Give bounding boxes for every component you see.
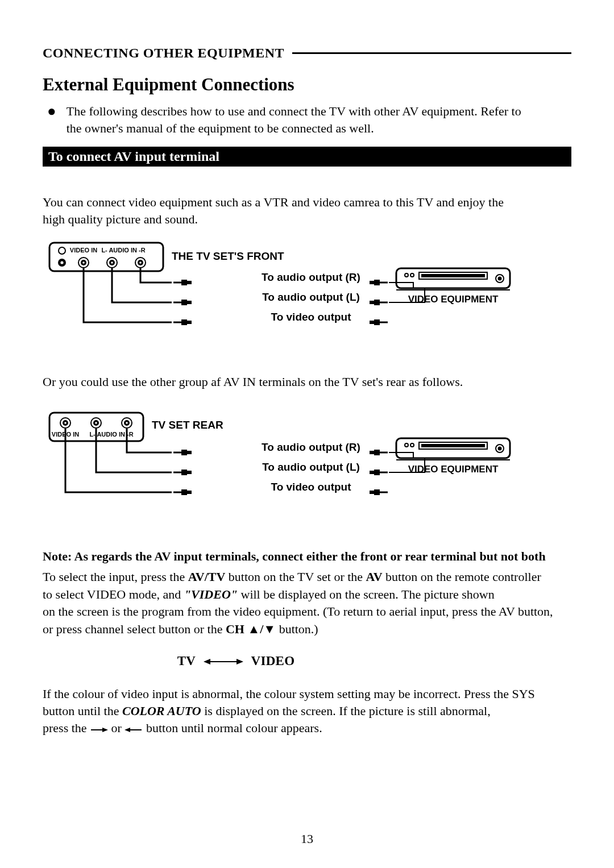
header-rule [292, 52, 571, 54]
front-panel-title: THE TV SET'S FRONT [172, 250, 284, 262]
cable-r-label2: To audio output (R) [262, 441, 360, 453]
svg-point-1 [59, 247, 65, 254]
bullet-line1: The following describes how to use and c… [67, 104, 521, 118]
svg-rect-23 [374, 280, 380, 285]
rear-connection-diagram: VIDEO IN L- AUDIO IN -R TV SET REAR To a… [49, 413, 571, 523]
subsection-bar: To connect AV input terminal [43, 147, 571, 167]
section-header: CONNECTING OTHER EQUIPMENT [43, 45, 571, 61]
right-arrow-icon [90, 721, 108, 738]
bullet-line2: the owner's manual of the equipment to b… [67, 121, 374, 135]
intro-bullet: ● The following describes how to use and… [47, 103, 571, 136]
svg-point-68 [405, 443, 408, 447]
svg-rect-71 [421, 444, 485, 447]
svg-point-69 [410, 443, 414, 447]
svg-point-42 [64, 422, 67, 425]
mid-paragraph: Or you could use the other group af AV I… [43, 373, 571, 391]
section-header-title: CONNECTING OTHER EQUIPMENT [43, 45, 284, 61]
svg-point-73 [498, 447, 502, 451]
bullet-icon: ● [47, 103, 56, 136]
tv-label: TV [177, 654, 196, 668]
front-connection-diagram: VIDEO IN L- AUDIO IN -R THE TV SET'S FRO… [49, 243, 571, 353]
manual-page: CONNECTING OTHER EQUIPMENT External Equi… [0, 0, 614, 868]
svg-marker-79 [102, 728, 108, 732]
double-arrow-icon [204, 655, 243, 670]
plug-row: To audio output (R) To audio output (L) … [173, 271, 425, 325]
svg-point-3 [60, 261, 63, 264]
svg-point-45 [95, 422, 97, 425]
equipment-label2: VIDEO EQUIPMENT [408, 464, 499, 475]
svg-marker-76 [204, 659, 210, 665]
page-heading: External Equipment Connections [43, 74, 571, 95]
svg-rect-51 [187, 451, 192, 454]
cable-v-label2: To video output [271, 481, 351, 493]
svg-rect-50 [181, 450, 187, 455]
svg-point-32 [405, 273, 408, 277]
video-label: VIDEO [251, 654, 294, 668]
cable-v-label: To video output [271, 311, 351, 323]
svg-rect-17 [181, 300, 187, 305]
cable-r-label: To audio output (R) [262, 271, 360, 283]
svg-point-9 [111, 261, 113, 264]
front-diagram-svg: VIDEO IN L- AUDIO IN -R THE TV SET'S FRO… [49, 243, 561, 351]
svg-rect-27 [370, 301, 374, 304]
svg-rect-15 [187, 281, 192, 284]
svg-rect-29 [374, 319, 380, 325]
colour-paragraph: If the colour of video input is abnormal… [43, 686, 571, 738]
tv-video-toggle: TV VIDEO [0, 654, 571, 670]
svg-point-48 [126, 422, 128, 425]
jack-video-label: VIDEO IN [70, 247, 97, 254]
svg-point-12 [139, 261, 142, 264]
svg-rect-60 [370, 451, 374, 454]
left-arrow-icon [125, 721, 143, 738]
rear-diagram-svg: VIDEO IN L- AUDIO IN -R TV SET REAR To a… [49, 413, 561, 521]
note-heading: Note: As regards the AV input terminals,… [43, 549, 571, 564]
svg-rect-26 [374, 300, 380, 305]
jack-audio-label: L- AUDIO IN -R [101, 247, 145, 254]
svg-rect-14 [181, 280, 187, 285]
svg-rect-30 [370, 321, 374, 324]
svg-rect-63 [370, 471, 374, 474]
svg-rect-53 [181, 470, 187, 475]
svg-point-6 [82, 261, 85, 264]
intro-line1: You can connect video equipment such as … [43, 195, 504, 209]
svg-point-37 [498, 276, 502, 280]
svg-rect-59 [374, 450, 380, 455]
cable-l-label2: To audio output (L) [262, 461, 360, 473]
svg-rect-24 [370, 281, 374, 284]
svg-marker-81 [125, 728, 130, 732]
svg-rect-65 [374, 489, 380, 495]
svg-rect-56 [181, 489, 187, 495]
bullet-text: The following describes how to use and c… [67, 103, 521, 136]
cable-l-label: To audio output (L) [262, 291, 360, 303]
page-number: 13 [0, 832, 614, 846]
svg-rect-18 [187, 301, 192, 304]
svg-rect-21 [187, 321, 192, 324]
svg-marker-77 [237, 659, 243, 665]
svg-point-33 [410, 273, 414, 277]
svg-rect-54 [187, 471, 192, 474]
equipment-label: VIDEO EQUIPMENT [408, 294, 499, 305]
intro-line2: high quality picture and sound. [43, 212, 198, 226]
svg-rect-57 [187, 491, 192, 494]
rear-panel-title: TV SET REAR [152, 419, 223, 431]
svg-rect-35 [421, 274, 485, 277]
svg-rect-66 [370, 491, 374, 494]
select-input-paragraph: To select the input, press the AV/TV but… [43, 568, 571, 637]
intro-paragraph: You can connect video equipment such as … [43, 194, 571, 227]
svg-rect-62 [374, 470, 380, 475]
svg-rect-20 [181, 319, 187, 325]
